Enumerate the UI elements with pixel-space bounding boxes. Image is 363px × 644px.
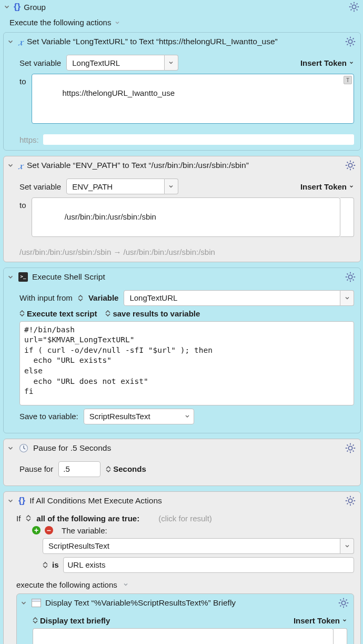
- value-stepper[interactable]: [334, 628, 347, 644]
- action-set-variable-2[interactable]: 𝑥 Set Variable “ENV_PATH” to Text “/usr/…: [3, 156, 361, 262]
- svg-point-6: [348, 499, 352, 502]
- condition-type-label: The variable:: [62, 526, 107, 535]
- script-textarea[interactable]: #!/bin/bash url="$KMVAR_LongTextURL" if …: [19, 321, 354, 405]
- group-subtitle: Execute the following actions: [9, 18, 111, 27]
- footnote-prefix: https:: [19, 135, 39, 144]
- gear-icon[interactable]: [345, 36, 356, 47]
- input-variable-select[interactable]: LongTextURL: [124, 290, 340, 306]
- pause-duration-input[interactable]: [58, 461, 100, 477]
- action-title: Execute Shell Script: [32, 272, 105, 282]
- gear-icon[interactable]: [348, 1, 360, 13]
- svg-point-7: [341, 601, 345, 605]
- chevron-down-icon[interactable]: [165, 55, 178, 71]
- chevron-down-icon[interactable]: [123, 581, 129, 588]
- display-mode-select[interactable]: Display text briefly: [33, 616, 110, 625]
- chevron-down-icon[interactable]: [165, 179, 178, 194]
- condition-variable-select[interactable]: ScriptResultsText: [43, 538, 340, 554]
- chevron-down-icon[interactable]: [340, 290, 354, 306]
- action-pause[interactable]: Pause for .5 Seconds Pause for Seconds: [3, 439, 361, 486]
- script-mode-select[interactable]: Execute text script: [19, 309, 97, 318]
- add-condition-button[interactable]: +: [32, 526, 41, 534]
- svg-point-5: [348, 446, 352, 450]
- clock-icon: [18, 443, 29, 453]
- action-title: If All Conditions Met Execute Actions: [29, 496, 162, 506]
- group-braces-icon: {}: [14, 2, 21, 12]
- svg-point-3: [348, 275, 352, 279]
- chevron-down-icon[interactable]: [114, 19, 120, 26]
- action-set-variable-1[interactable]: 𝑥 Set Variable “LongTextURL” to Text “ht…: [3, 32, 361, 151]
- text-token-badge: T: [344, 76, 352, 84]
- action-title: Set Variable “ENV_PATH” to Text “/usr/bi…: [27, 161, 249, 170]
- condition-operator[interactable]: is: [52, 560, 59, 569]
- label-set-variable: Set variable: [19, 58, 61, 67]
- save-variable-select[interactable]: ScriptResultsText: [84, 409, 194, 424]
- stepper-icon[interactable]: [43, 562, 48, 568]
- group-title: Group: [24, 3, 46, 12]
- svg-point-2: [348, 163, 352, 167]
- stepper-icon[interactable]: [26, 515, 31, 521]
- disclosure-icon[interactable]: [7, 497, 14, 504]
- variable-x-icon: 𝑥: [18, 37, 23, 47]
- action-title: Pause for .5 Seconds: [33, 443, 111, 453]
- label-set-variable: Set variable: [19, 182, 61, 191]
- disclosure-icon[interactable]: [3, 3, 11, 11]
- if-mode[interactable]: all of the following are true:: [36, 514, 139, 523]
- svg-point-1: [348, 39, 352, 43]
- disclosure-icon[interactable]: [7, 444, 14, 452]
- insert-token-button[interactable]: Insert Token: [300, 58, 354, 67]
- chevron-down-icon[interactable]: [340, 538, 354, 554]
- label-pause-for: Pause for: [19, 464, 53, 473]
- condition-value-input[interactable]: [63, 557, 354, 573]
- action-execute-shell-script[interactable]: >_ Execute Shell Script With input from …: [3, 267, 361, 433]
- variable-x-icon: 𝑥: [18, 161, 23, 171]
- display-text-value[interactable]: %Variable%ScriptResultsText%: [33, 628, 334, 644]
- input-source-mode[interactable]: Variable: [88, 293, 119, 302]
- variable-name-select[interactable]: ENV_PATH: [66, 179, 164, 194]
- value-textarea[interactable]: /usr/bin:/bin:/usr/sbin:/sbin: [32, 197, 340, 237]
- braces-icon: {}: [18, 496, 25, 506]
- action-title: Display Text “%Variable%ScriptResultsTex…: [45, 598, 236, 608]
- result-hint[interactable]: (click for result): [158, 514, 212, 523]
- stepper-icon[interactable]: [78, 295, 83, 301]
- value-textarea[interactable]: https://thelongURL_Iwantto_use T: [32, 74, 354, 124]
- remove-condition-button[interactable]: –: [45, 526, 53, 534]
- gear-icon[interactable]: [345, 442, 356, 454]
- gear-icon[interactable]: [345, 271, 356, 283]
- gear-icon[interactable]: [338, 597, 349, 609]
- execute-actions-label: execute the following actions: [16, 580, 117, 589]
- label-if: If: [16, 514, 21, 523]
- label-save-to-variable: Save to variable:: [19, 412, 78, 421]
- disclosure-icon[interactable]: [7, 273, 14, 281]
- value-stepper[interactable]: [340, 197, 354, 237]
- footnote-redacted: [43, 134, 354, 145]
- footnote: /usr/bin:/bin:/usr/sbin:/sbin → /usr/bin…: [19, 247, 215, 256]
- terminal-icon: >_: [18, 272, 28, 282]
- disclosure-icon[interactable]: [7, 38, 14, 45]
- label-to: to: [19, 197, 26, 210]
- insert-token-button[interactable]: Insert Token: [300, 182, 354, 191]
- pause-unit-select[interactable]: Seconds: [106, 464, 146, 473]
- variable-name-select[interactable]: LongTextURL: [66, 55, 164, 71]
- action-title: Set Variable “LongTextURL” to Text “http…: [27, 37, 278, 46]
- window-icon: [32, 599, 41, 607]
- results-mode-select[interactable]: save results to variable: [105, 309, 200, 318]
- disclosure-icon[interactable]: [20, 599, 27, 607]
- disclosure-icon[interactable]: [7, 162, 14, 169]
- svg-point-0: [352, 5, 356, 8]
- label-to: to: [19, 74, 26, 86]
- action-display-text[interactable]: Display Text “%Variable%ScriptResultsTex…: [16, 593, 354, 644]
- label-with-input-from: With input from: [19, 293, 73, 302]
- gear-icon[interactable]: [345, 495, 356, 507]
- action-if-block[interactable]: {} If All Conditions Met Execute Actions…: [3, 491, 361, 644]
- gear-icon[interactable]: [345, 160, 356, 171]
- insert-token-button[interactable]: Insert Token: [294, 616, 347, 625]
